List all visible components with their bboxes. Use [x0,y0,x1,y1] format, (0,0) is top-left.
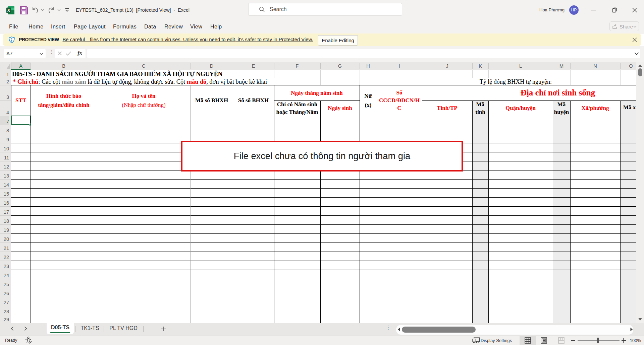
svg-text:X: X [7,8,10,13]
